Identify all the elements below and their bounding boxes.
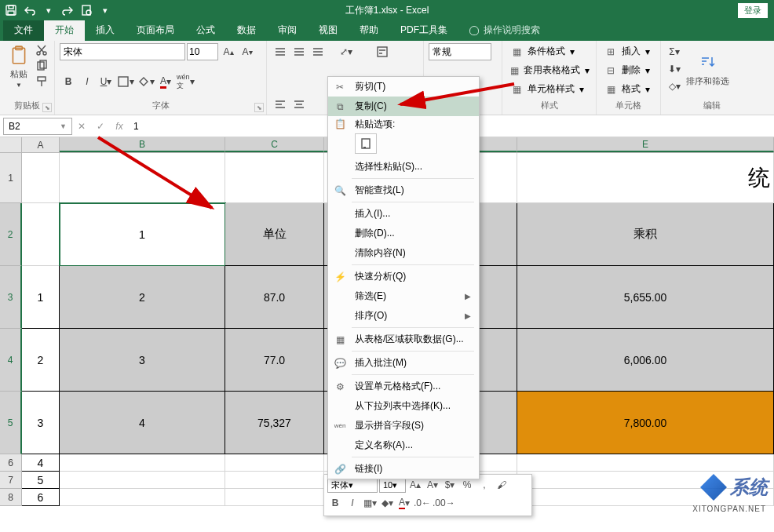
- row-header-8[interactable]: 8: [0, 489, 22, 506]
- cell[interactable]: [225, 454, 324, 472]
- mini-increase-decimal-icon[interactable]: .00→: [433, 495, 455, 511]
- paste-button[interactable]: 粘贴 ▼: [5, 43, 33, 90]
- align-middle-icon[interactable]: [290, 43, 308, 60]
- col-header-B[interactable]: B: [60, 137, 225, 152]
- cell[interactable]: 6,006.00: [517, 329, 774, 392]
- tell-me-search[interactable]: 操作说明搜索: [458, 20, 551, 41]
- underline-button[interactable]: U▾: [97, 73, 115, 90]
- phonetic-button[interactable]: wén文▾: [176, 73, 195, 90]
- cell[interactable]: 77.0: [225, 329, 324, 392]
- font-color-button[interactable]: A▾: [157, 73, 174, 90]
- cell[interactable]: [60, 489, 225, 506]
- save-icon[interactable]: [3, 2, 19, 18]
- menu-smart-lookup[interactable]: 🔍智能查找(L): [328, 180, 479, 200]
- paste-default-button[interactable]: [355, 133, 377, 154]
- menu-define-name[interactable]: 定义名称(A)...: [328, 435, 479, 455]
- redo-icon[interactable]: [60, 2, 75, 18]
- font-size-select[interactable]: [187, 43, 218, 60]
- cancel-formula-icon[interactable]: ✕: [72, 118, 91, 135]
- sort-filter-button[interactable]: 排序和筛选: [683, 43, 732, 95]
- col-header-E[interactable]: E: [517, 137, 774, 152]
- row-header-6[interactable]: 6: [0, 454, 22, 472]
- fill-icon[interactable]: ⬇▾: [666, 60, 683, 78]
- copy-icon[interactable]: [35, 59, 49, 73]
- insert-cells-button[interactable]: ⊞插入▾: [601, 43, 655, 60]
- menu-quick-analysis[interactable]: ⚡快速分析(Q): [328, 267, 479, 286]
- row-header-5[interactable]: 5: [0, 392, 22, 454]
- tab-help[interactable]: 帮助: [349, 20, 389, 41]
- tab-review[interactable]: 审阅: [267, 20, 308, 41]
- mini-fill-color-button[interactable]: ◆▾: [379, 495, 395, 511]
- format-painter-icon[interactable]: [35, 75, 49, 89]
- mini-comma-icon[interactable]: ,: [476, 477, 492, 493]
- cell[interactable]: [225, 153, 324, 203]
- mini-font-select[interactable]: 宋体 ▾: [327, 477, 378, 493]
- menu-paste-special[interactable]: 选择性粘贴(S)...: [328, 157, 479, 177]
- conditional-format-button[interactable]: ▦条件格式▾: [507, 43, 591, 60]
- font-dialog-launcher[interactable]: ⬊: [254, 103, 264, 112]
- login-button[interactable]: 登录: [738, 3, 768, 18]
- tab-pdf[interactable]: PDF工具集: [389, 20, 458, 41]
- mini-decrease-font-icon[interactable]: A▾: [425, 477, 440, 493]
- format-as-table-button[interactable]: ▦套用表格格式▾: [507, 62, 591, 78]
- delete-cells-button[interactable]: ⊟删除▾: [601, 62, 655, 78]
- cell[interactable]: [517, 454, 774, 472]
- cell[interactable]: 3: [60, 329, 225, 392]
- cell-title[interactable]: 统: [517, 153, 774, 203]
- decrease-font-icon[interactable]: A▾: [239, 43, 256, 60]
- tab-insert[interactable]: 插入: [85, 20, 126, 41]
- align-top-icon[interactable]: [272, 43, 289, 60]
- mini-format-painter-icon[interactable]: 🖌: [494, 477, 509, 493]
- tab-formulas[interactable]: 公式: [185, 20, 226, 41]
- mini-font-color-button[interactable]: A▾: [396, 495, 412, 511]
- cut-icon[interactable]: [35, 43, 49, 57]
- bold-button[interactable]: B: [60, 73, 77, 90]
- orientation-icon[interactable]: ⤢▾: [338, 43, 355, 60]
- cell[interactable]: 75,327: [225, 392, 324, 454]
- cell[interactable]: [22, 203, 60, 266]
- font-name-select[interactable]: [60, 43, 185, 60]
- tab-data[interactable]: 数据: [226, 20, 267, 41]
- row-header-2[interactable]: 2: [0, 203, 22, 266]
- menu-filter[interactable]: 筛选(E)▶: [328, 286, 479, 306]
- cell[interactable]: 6: [22, 489, 60, 506]
- clipboard-dialog-launcher[interactable]: ⬊: [42, 103, 52, 112]
- align-center-icon[interactable]: [290, 96, 308, 113]
- align-bottom-icon[interactable]: [309, 43, 327, 60]
- cell[interactable]: [60, 472, 225, 489]
- clear-icon[interactable]: ◇▾: [666, 78, 683, 95]
- cell[interactable]: 4: [22, 454, 60, 472]
- cell[interactable]: 5,655.00: [517, 266, 774, 329]
- print-preview-icon[interactable]: [78, 2, 94, 18]
- cell[interactable]: 3: [22, 392, 60, 454]
- menu-cut[interactable]: ✂剪切(T): [328, 77, 479, 97]
- fill-color-button[interactable]: ▾: [137, 73, 155, 90]
- menu-from-table[interactable]: ▦从表格/区域获取数据(G)...: [328, 330, 479, 349]
- cell[interactable]: [225, 472, 324, 489]
- cell[interactable]: 1: [22, 266, 60, 329]
- cell[interactable]: [225, 489, 324, 506]
- tab-home[interactable]: 开始: [44, 20, 85, 41]
- cell[interactable]: 单位: [225, 203, 324, 266]
- menu-sort[interactable]: 排序(O)▶: [328, 306, 479, 326]
- menu-clear[interactable]: 清除内容(N): [328, 243, 479, 263]
- cell[interactable]: 87.0: [225, 266, 324, 329]
- row-header-7[interactable]: 7: [0, 472, 22, 489]
- tab-view[interactable]: 视图: [308, 20, 349, 41]
- mini-size-select[interactable]: 10 ▾: [379, 477, 406, 493]
- cell[interactable]: 2: [22, 329, 60, 392]
- insert-function-icon[interactable]: fx: [110, 118, 129, 135]
- format-cells-button[interactable]: ▦格式▾: [601, 81, 655, 97]
- cell-active[interactable]: 1: [60, 203, 225, 266]
- autosum-icon[interactable]: Σ▾: [666, 43, 683, 60]
- qat-customize-icon[interactable]: ▾: [97, 2, 113, 18]
- mini-increase-font-icon[interactable]: A▴: [407, 477, 423, 493]
- menu-dropdown-select[interactable]: 从下拉列表中选择(K)...: [328, 396, 479, 416]
- menu-copy[interactable]: ⧉复制(C): [328, 97, 479, 116]
- cell[interactable]: 乘积: [517, 203, 774, 266]
- wrap-text-icon[interactable]: [374, 43, 391, 60]
- mini-italic-button[interactable]: I: [345, 495, 360, 511]
- col-header-C[interactable]: C: [225, 137, 324, 152]
- cell-styles-button[interactable]: ▦单元格样式▾: [507, 81, 591, 97]
- italic-button[interactable]: I: [78, 73, 96, 90]
